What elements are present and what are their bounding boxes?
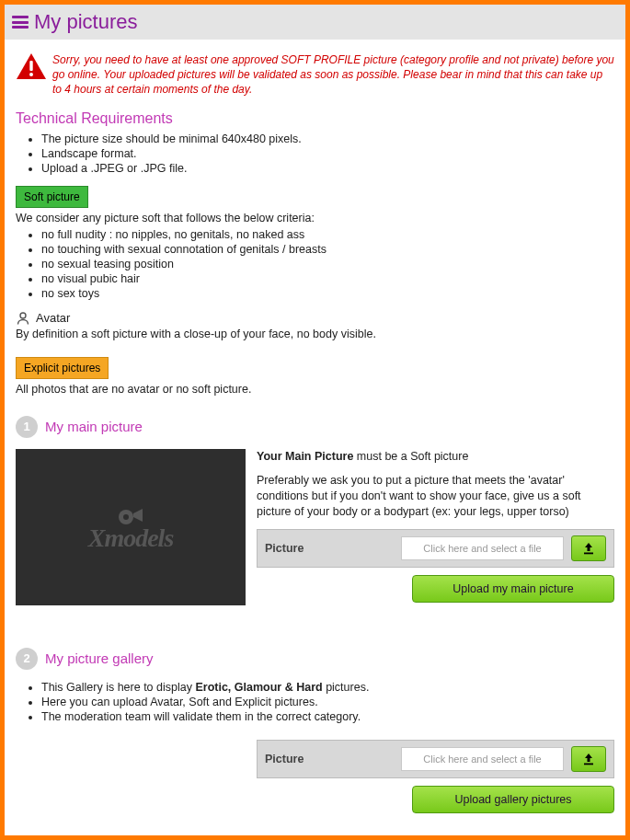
main-picture-heading-bold: Your Main Picture	[257, 450, 353, 463]
list-item: no sex toys	[41, 287, 614, 300]
main-picture-placeholder: Xmodels	[16, 449, 246, 605]
svg-rect-6	[584, 553, 593, 555]
list-item: no visual pubic hair	[41, 272, 614, 285]
step-number-badge: 2	[16, 648, 38, 670]
explicit-desc: All photos that are no avatar or no soft…	[16, 383, 614, 396]
main-picture-paragraph: Preferably we ask you to put a picture t…	[257, 473, 614, 520]
list-item: no full nudity : no nipples, no genitals…	[41, 228, 614, 241]
list-item: Upload a .JPEG or .JPG file.	[41, 162, 614, 175]
svg-rect-1	[29, 61, 32, 71]
tech-req-heading: Technical Requirements	[16, 110, 614, 127]
file-select-input[interactable]: Click here and select a file	[401, 747, 564, 771]
file-select-input[interactable]: Click here and select a file	[401, 536, 564, 560]
gallery-info-list: This Gallery is here to display Erotic, …	[16, 681, 614, 723]
picker-label: Picture	[265, 542, 394, 555]
list-item: The moderation team will validate them i…	[41, 710, 614, 723]
list-item: Landscape format.	[41, 147, 614, 160]
step-number-badge: 1	[16, 416, 38, 438]
soft-intro: We consider any picture soft that follow…	[16, 212, 614, 224]
list-item: This Gallery is here to display Erotic, …	[41, 681, 614, 694]
step-2-header: 2 My picture gallery	[16, 648, 614, 670]
upload-main-picture-button[interactable]: Upload my main picture	[412, 575, 614, 603]
main-picture-heading-rest: must be a Soft picture	[353, 450, 468, 463]
page-header: My pictures	[5, 5, 625, 40]
warning-triangle-icon	[16, 52, 47, 98]
gallery-picture-picker: Picture Click here and select a file	[257, 740, 614, 778]
svg-point-3	[20, 313, 26, 318]
soft-picture-tag: Soft picture	[16, 186, 88, 208]
avatar-icon	[16, 311, 30, 326]
upload-gallery-pictures-button[interactable]: Upload gallery pictures	[412, 786, 614, 813]
explicit-pictures-tag: Explicit pictures	[16, 357, 109, 379]
upload-icon	[581, 752, 596, 766]
placeholder-brand-text: Xmodels	[88, 524, 174, 553]
upload-icon	[581, 541, 596, 556]
avatar-label: Avatar	[36, 311, 70, 325]
warning-text: Sorry, you need to have at least one app…	[52, 52, 614, 98]
upload-icon-button[interactable]	[571, 746, 606, 772]
picker-label: Picture	[265, 753, 394, 765]
tech-req-list: The picture size should be minimal 640x4…	[16, 132, 614, 175]
upload-icon-button[interactable]	[571, 535, 606, 561]
menu-icon[interactable]	[12, 16, 29, 29]
svg-point-2	[29, 73, 33, 76]
warning-banner: Sorry, you need to have at least one app…	[16, 52, 614, 98]
step-1-header: 1 My main picture	[16, 416, 614, 438]
step-1-title: My main picture	[45, 419, 143, 434]
soft-criteria-list: no full nudity : no nipples, no genitals…	[16, 228, 614, 300]
avatar-desc: By definition a soft picture with a clos…	[16, 328, 614, 340]
svg-rect-7	[584, 763, 593, 765]
main-picture-picker: Picture Click here and select a file	[257, 529, 614, 568]
list-item: no sexual teasing position	[41, 258, 614, 270]
page-title: My pictures	[34, 10, 137, 34]
list-item: The picture size should be minimal 640x4…	[41, 132, 614, 145]
list-item: Here you can upload Avatar, Soft and Exp…	[41, 696, 614, 708]
svg-point-5	[123, 514, 129, 520]
list-item: no touching with sexual connotation of g…	[41, 243, 614, 256]
step-2-title: My picture gallery	[45, 650, 154, 666]
main-picture-heading: Your Main Picture must be a Soft picture	[257, 449, 614, 465]
